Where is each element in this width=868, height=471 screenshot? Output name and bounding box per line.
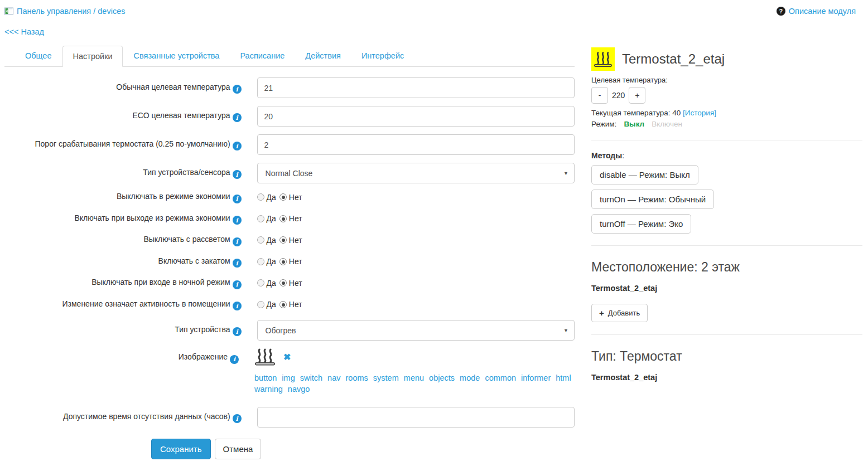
radio-yes[interactable] xyxy=(257,258,264,265)
image-link[interactable]: objects xyxy=(429,373,455,382)
info-icon[interactable]: i xyxy=(233,414,242,423)
decrease-temp-button[interactable]: - xyxy=(591,87,608,104)
radio-yes[interactable] xyxy=(257,279,264,287)
radio-no-label: Нет xyxy=(289,236,302,245)
target-temp-value: 220 xyxy=(612,91,625,100)
increase-temp-button[interactable]: + xyxy=(629,87,645,104)
remove-image-icon[interactable]: ✖ xyxy=(283,352,291,362)
info-icon[interactable]: i xyxy=(233,259,242,268)
radio-no[interactable] xyxy=(279,279,287,287)
location-heading: Местоположение: 2 этаж xyxy=(591,260,862,275)
radio-yes[interactable] xyxy=(257,193,264,201)
info-icon[interactable]: i xyxy=(233,142,242,150)
sunset-on-label: Включать с закатом xyxy=(158,256,230,265)
image-link[interactable]: rooms xyxy=(346,373,368,382)
add-device-button[interactable]: + Добавить xyxy=(591,304,648,322)
image-link[interactable]: switch xyxy=(300,373,322,382)
sensor-type-select[interactable]: Normal Close ▼ xyxy=(257,163,575,183)
info-icon[interactable]: i xyxy=(233,302,242,310)
image-link[interactable]: common xyxy=(485,373,516,382)
form-row: Включать с закатомi Да Нет xyxy=(4,256,575,268)
question-icon: ? xyxy=(777,7,785,16)
form-row: Выключать в режиме экономииi Да Нет xyxy=(4,191,575,203)
method-turnoff-button[interactable]: turnOff — Режим: Эко xyxy=(591,214,691,234)
device-type-select[interactable]: Обогрев ▼ xyxy=(257,320,575,341)
sensor-type-value: Normal Close xyxy=(266,169,313,178)
image-link[interactable]: nav xyxy=(327,373,340,382)
plus-icon: + xyxy=(599,310,604,316)
image-link[interactable]: menu xyxy=(404,373,424,382)
info-icon[interactable]: i xyxy=(233,195,242,203)
radio-no[interactable] xyxy=(279,215,287,222)
tab-interface[interactable]: Интерфейс xyxy=(352,46,413,67)
info-icon[interactable]: i xyxy=(233,327,242,336)
cancel-button[interactable]: Отмена xyxy=(215,439,262,459)
method-disable-button[interactable]: disable — Режим: Выкл xyxy=(591,165,698,184)
type-device-link[interactable]: Termostat_2_etaj xyxy=(591,373,657,382)
tab-actions[interactable]: Действия xyxy=(296,46,350,67)
info-icon[interactable]: i xyxy=(233,85,242,94)
radio-yes[interactable] xyxy=(257,236,264,244)
breadcrumb-label: Панель управления / devices xyxy=(17,7,125,16)
night-mode-off-label: Выключать при входе в ночной режим xyxy=(91,278,230,287)
radio-no-label: Нет xyxy=(289,300,302,309)
method-turnon-button[interactable]: turnOn — Режим: Обычный xyxy=(591,190,714,209)
threshold-input[interactable] xyxy=(257,134,575,155)
mode-line: Режим: Выкл Включен xyxy=(591,120,862,128)
image-link[interactable]: navgo xyxy=(288,385,310,394)
image-link[interactable]: system xyxy=(373,373,399,382)
info-icon[interactable]: i xyxy=(233,280,242,289)
current-temp-line: Текущая температура: 40 [История] xyxy=(591,109,862,117)
tab-general[interactable]: Общее xyxy=(16,46,61,67)
history-link[interactable]: [История] xyxy=(683,109,716,117)
radio-yes-label: Да xyxy=(267,214,276,223)
radio-no[interactable] xyxy=(279,236,287,244)
tab-settings[interactable]: Настройки xyxy=(62,46,122,67)
image-link[interactable]: mode xyxy=(460,373,480,382)
device-header: Termostat_2_etaj xyxy=(591,47,862,71)
current-temp-value: 40 xyxy=(672,109,681,117)
target-temp-stepper: - 220 + xyxy=(591,87,862,104)
device-heat-icon xyxy=(591,47,615,71)
info-icon[interactable]: i xyxy=(230,355,239,364)
radio-no[interactable] xyxy=(279,258,287,265)
radio-yes[interactable] xyxy=(257,301,264,308)
add-button-label: Добавить xyxy=(608,309,640,317)
save-button[interactable]: Сохранить xyxy=(151,439,211,459)
info-icon[interactable]: i xyxy=(233,237,242,246)
info-icon[interactable]: i xyxy=(233,216,242,225)
back-link[interactable]: <<< Назад xyxy=(4,27,44,36)
heat-icon xyxy=(254,348,276,367)
mode-inactive-value[interactable]: Включен xyxy=(652,120,682,128)
chevron-down-icon: ▼ xyxy=(563,328,568,333)
form-row: Изображениеi xyxy=(4,348,575,395)
image-link[interactable]: html xyxy=(556,373,571,382)
form-row: Изменение означает активность в помещени… xyxy=(4,299,575,311)
radio-no[interactable] xyxy=(279,301,287,308)
tab-schedule[interactable]: Расписание xyxy=(230,46,294,67)
tab-linked-devices[interactable]: Связанные устройства xyxy=(124,46,229,67)
radio-no[interactable] xyxy=(279,193,287,201)
radio-no-label: Нет xyxy=(289,214,302,223)
selected-image: ✖ xyxy=(254,348,575,367)
methods-title: Методы xyxy=(591,151,622,160)
radio-yes[interactable] xyxy=(257,215,264,222)
image-link[interactable]: warning xyxy=(254,385,283,394)
divider xyxy=(591,245,862,246)
image-category-links: button img switch nav rooms system menu … xyxy=(254,372,575,395)
info-icon[interactable]: i xyxy=(233,113,242,122)
location-device-link[interactable]: Termostat_2_etaj xyxy=(591,284,657,293)
image-link[interactable]: informer xyxy=(521,373,551,382)
eco-temp-input[interactable] xyxy=(257,106,575,127)
radio-yes-label: Да xyxy=(267,193,276,202)
normal-temp-input[interactable] xyxy=(257,77,575,98)
module-description-link[interactable]: ? Описание модуля xyxy=(777,7,856,16)
info-icon[interactable]: i xyxy=(233,170,242,179)
image-link[interactable]: img xyxy=(282,373,295,382)
missing-data-input[interactable] xyxy=(257,407,575,428)
radio-no-label: Нет xyxy=(289,279,302,288)
eco-exit-on-label: Включать при выходе из режима экономии xyxy=(74,213,230,222)
breadcrumb[interactable]: Панель управления / devices xyxy=(4,7,125,16)
type-heading: Тип: Термостат xyxy=(591,349,862,364)
image-link[interactable]: button xyxy=(254,373,277,382)
